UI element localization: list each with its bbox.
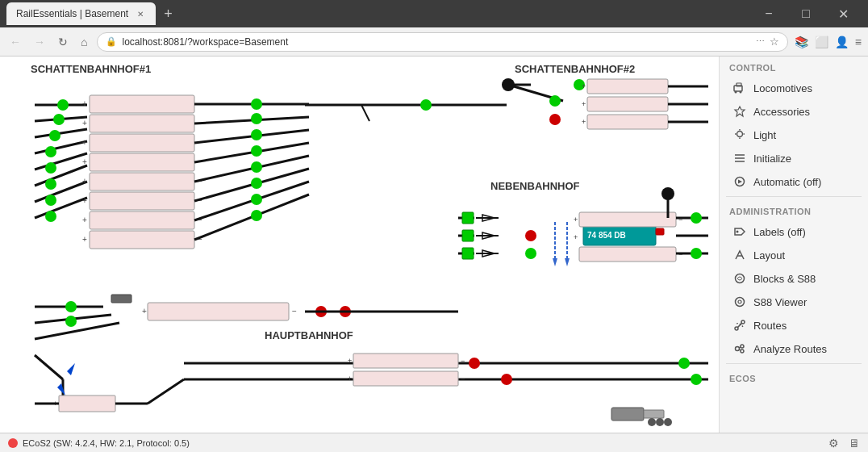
sidebar-item-routes[interactable]: Routes <box>723 314 865 337</box>
svg-point-165 <box>737 231 739 233</box>
railroad-canvas: SCHATTENBAHNHOF#1 SCHATTENBAHNHOF#2 NEBE… <box>0 56 719 433</box>
svg-rect-19 <box>90 173 194 190</box>
routes-label: Routes <box>753 320 787 332</box>
light-label: Light <box>753 129 776 141</box>
labels-icon <box>732 224 747 239</box>
back-button[interactable]: ← <box>6 32 24 52</box>
toolbar-right-icons: 📚 ⬜ 👤 ≡ <box>795 36 862 48</box>
library-icon[interactable]: 📚 <box>795 36 808 48</box>
menu-icon[interactable]: ≡ <box>855 36 862 48</box>
lock-icon: 🔒 <box>106 36 117 47</box>
refresh-button[interactable]: ↻ <box>55 32 71 52</box>
svg-rect-16 <box>90 115 194 132</box>
svg-point-52 <box>251 178 262 189</box>
svg-text:+: + <box>82 235 87 244</box>
svg-rect-15 <box>90 95 194 113</box>
svg-line-70 <box>361 105 369 121</box>
svg-text:+: + <box>348 357 352 365</box>
svg-rect-17 <box>90 134 194 152</box>
maximize-button[interactable]: □ <box>787 0 824 27</box>
layout-label: Layout <box>753 249 785 262</box>
svg-marker-105 <box>553 258 557 266</box>
svg-rect-21 <box>90 211 194 229</box>
status-indicator <box>8 438 18 448</box>
monitor-icon[interactable]: 🖥 <box>849 437 860 450</box>
s88viewer-label: S88 Viewer <box>753 296 807 308</box>
settings-icon[interactable]: ⚙ <box>828 437 839 450</box>
sidebar-item-blocks[interactable]: Blocks & S88 <box>723 267 865 290</box>
svg-point-8 <box>53 114 65 125</box>
svg-line-6 <box>35 182 87 202</box>
svg-rect-155 <box>737 83 741 86</box>
tab-close-button[interactable]: ✕ <box>135 8 146 19</box>
minimize-button[interactable]: − <box>750 0 787 27</box>
svg-rect-109 <box>656 228 664 235</box>
sidebar-item-automatic[interactable]: Automatic (off) <box>723 170 865 193</box>
collections-icon[interactable]: ⬜ <box>815 36 828 48</box>
locomotives-label: Locomotives <box>753 82 812 94</box>
svg-text:+: + <box>82 196 87 205</box>
automatic-label: Automatic (off) <box>753 176 821 188</box>
svg-point-173 <box>736 347 740 351</box>
svg-text:−: − <box>461 375 465 383</box>
label-hauptbahnhof: HAUPTBAHNHOF <box>265 329 353 341</box>
svg-text:+: + <box>582 118 586 126</box>
svg-point-138 <box>501 374 512 385</box>
svg-text:+: + <box>582 82 586 90</box>
routes-icon <box>732 318 747 333</box>
svg-line-132 <box>148 379 184 404</box>
svg-line-176 <box>740 347 741 348</box>
svg-line-7 <box>35 198 87 218</box>
svg-rect-141 <box>353 371 458 386</box>
svg-text:+: + <box>574 233 578 241</box>
svg-point-151 <box>648 418 656 426</box>
tab-bar: RailEssentials | Basement ✕ + <box>6 2 177 25</box>
svg-point-154 <box>740 91 742 94</box>
svg-text:+: + <box>142 307 147 316</box>
sidebar-item-locomotives[interactable]: Locomotives <box>723 77 865 99</box>
svg-rect-22 <box>90 231 194 249</box>
svg-text:+: + <box>582 100 586 108</box>
address-bar[interactable]: 🔒 localhost:8081/?workspace=Basement ⋯ ☆ <box>97 32 787 52</box>
sidebar-item-analyze-routes[interactable]: Analyze Routes <box>723 337 865 360</box>
close-button[interactable]: ✕ <box>824 0 862 27</box>
svg-point-137 <box>469 358 480 369</box>
canvas-area: SCHATTENBAHNHOF#1 SCHATTENBAHNHOF#2 NEBE… <box>0 56 719 433</box>
svg-point-53 <box>251 194 262 205</box>
active-tab[interactable]: RailEssentials | Basement ✕ <box>6 2 156 25</box>
svg-rect-79 <box>587 97 668 111</box>
profile-icon[interactable]: 👤 <box>835 36 849 48</box>
sidebar-item-light[interactable]: Light <box>723 123 865 146</box>
sidebar-item-labels[interactable]: Labels (off) <box>723 220 865 243</box>
svg-text:−: − <box>461 357 465 365</box>
svg-rect-94 <box>462 230 474 241</box>
address-menu-icon: ⋯ <box>756 36 765 47</box>
address-text: localhost:8081/?workspace=Basement <box>122 36 750 48</box>
new-tab-button[interactable]: + <box>159 6 177 23</box>
svg-rect-111 <box>579 247 676 262</box>
forward-button[interactable]: → <box>31 32 48 52</box>
sidebar-item-initialize[interactable]: Initialize <box>723 147 865 170</box>
sidebar-item-accessories[interactable]: Accessories <box>723 100 865 123</box>
svg-marker-107 <box>565 258 570 266</box>
svg-point-51 <box>251 161 262 173</box>
bookmark-icon[interactable]: ☆ <box>770 36 779 48</box>
train-label: 74 854 DB <box>587 231 626 240</box>
svg-line-58 <box>35 323 119 339</box>
analyze-routes-icon <box>732 341 747 356</box>
home-button[interactable]: ⌂ <box>77 32 90 52</box>
svg-rect-55 <box>111 295 131 303</box>
accessories-icon <box>732 104 747 119</box>
sidebar-item-layout[interactable]: Layout <box>723 244 865 266</box>
svg-point-156 <box>737 132 743 137</box>
labels-label: Labels (off) <box>753 226 806 238</box>
sidebar-divider-1 <box>726 196 862 197</box>
locomotives-icon <box>732 81 747 95</box>
svg-text:+: + <box>82 177 87 186</box>
sidebar-item-s88viewer[interactable]: S88 Viewer <box>723 291 865 313</box>
svg-point-50 <box>251 145 262 157</box>
svg-text:+: + <box>348 375 352 383</box>
svg-point-175 <box>741 349 744 353</box>
svg-text:+: + <box>82 119 87 128</box>
svg-point-11 <box>45 162 56 174</box>
